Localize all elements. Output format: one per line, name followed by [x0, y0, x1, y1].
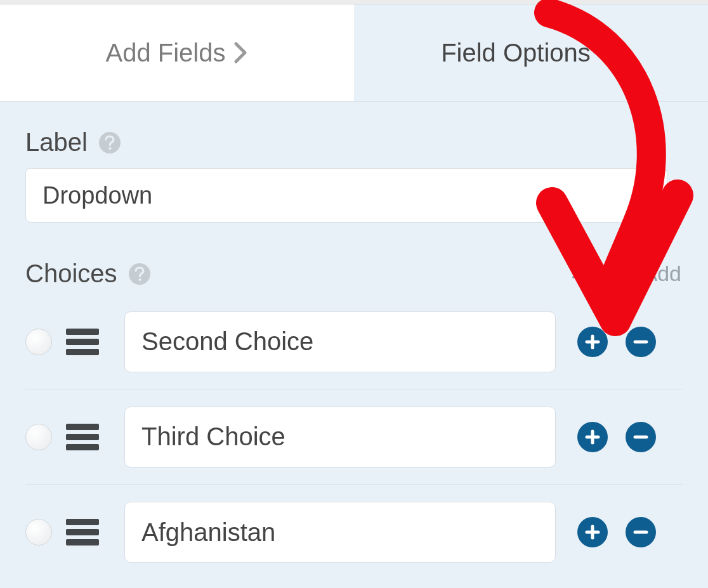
minus-icon [633, 334, 649, 350]
label-section-header: Label [25, 128, 683, 157]
choices-header: Choices Bulk Add [25, 259, 681, 288]
bulk-add-button[interactable]: Bulk Add [571, 261, 681, 286]
add-choice-button[interactable] [577, 517, 608, 547]
svg-point-1 [108, 147, 111, 150]
drag-handle-icon[interactable] [66, 329, 99, 355]
plus-icon [584, 334, 601, 350]
label-input[interactable] [25, 168, 667, 223]
default-choice-radio[interactable] [25, 329, 52, 355]
default-choice-radio[interactable] [25, 519, 52, 546]
add-choice-button[interactable] [577, 327, 608, 357]
choice-input[interactable] [124, 502, 556, 563]
chevron-right-icon [234, 42, 248, 63]
minus-icon [633, 429, 649, 445]
bulk-add-label: Bulk Add [596, 261, 681, 286]
top-strip [0, 0, 708, 4]
tab-add-fields-label: Add Fields [106, 39, 226, 67]
tab-field-options[interactable]: Field Options [354, 4, 708, 101]
label-title: Label [25, 128, 88, 157]
help-icon[interactable] [129, 263, 150, 285]
minus-icon [633, 524, 649, 540]
tabs: Add Fields Field Options [0, 4, 708, 101]
help-icon[interactable] [99, 132, 121, 154]
field-options-panel: Label Choices [0, 101, 708, 580]
remove-choice-button[interactable] [626, 422, 656, 452]
download-icon [571, 261, 590, 286]
remove-choice-button[interactable] [626, 327, 656, 357]
choice-row [25, 389, 683, 485]
default-choice-radio[interactable] [25, 424, 52, 450]
choice-row [25, 294, 683, 389]
choices-list [25, 294, 683, 580]
drag-handle-icon[interactable] [66, 519, 99, 546]
drag-handle-icon[interactable] [66, 424, 99, 450]
choice-input[interactable] [124, 407, 556, 467]
tab-field-options-label: Field Options [441, 39, 591, 67]
svg-point-3 [138, 278, 141, 281]
choice-row [25, 485, 683, 580]
add-choice-button[interactable] [577, 422, 608, 452]
choice-input[interactable] [124, 311, 556, 372]
plus-icon [584, 524, 601, 540]
chevron-down-icon [600, 46, 621, 60]
choices-title: Choices [25, 259, 117, 288]
tab-add-fields[interactable]: Add Fields [0, 4, 354, 101]
plus-icon [584, 429, 601, 445]
remove-choice-button[interactable] [626, 517, 656, 547]
